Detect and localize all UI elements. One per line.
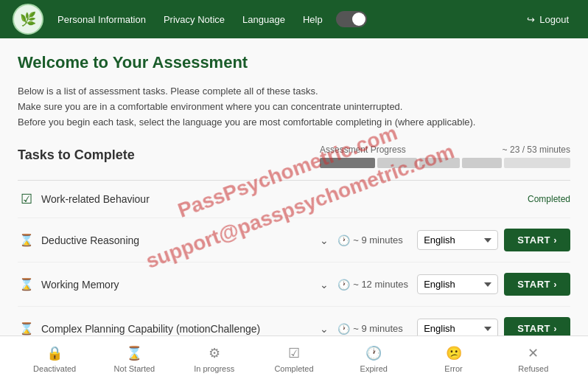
progress-seg-4 xyxy=(462,158,502,168)
nav-personal-info[interactable]: Personal Information xyxy=(50,10,153,29)
lang-select-working-memory[interactable]: English xyxy=(417,274,498,294)
page-title: Welcome to Your Assessment xyxy=(18,53,570,72)
task-hourglass-icon: ⌛ xyxy=(18,233,35,247)
clock-icon: 🕐 xyxy=(337,279,350,291)
intro-line-2: Make sure you are in a comfortable envir… xyxy=(18,100,570,115)
progress-seg-2 xyxy=(377,158,417,168)
footer-label-refused: Refused xyxy=(518,364,548,366)
intro-text: Below is a list of assessment tasks. Ple… xyxy=(18,84,570,130)
refused-icon: ✕ xyxy=(528,345,539,361)
footer-deactivated: 🔒 Deactivated xyxy=(25,345,84,366)
progress-seg-3 xyxy=(419,158,459,168)
progress-seg-5 xyxy=(504,158,570,168)
hourglass-icon: ⌛ xyxy=(126,345,142,361)
task-name-work: Work-related Behaviour xyxy=(41,193,517,205)
svg-text:🌿: 🌿 xyxy=(20,11,37,27)
progress-section: Assessment Progress ~ 23 / 53 minutes xyxy=(320,145,570,168)
footer-label-error: Error xyxy=(444,364,462,366)
task-row: ⌛ Working Memory ⌄ 🕐 ~ 12 minutes Englis… xyxy=(18,262,570,307)
footer-expired: 🕐 Expired xyxy=(344,345,403,366)
logo: 🌿 xyxy=(12,3,44,35)
error-icon: 😕 xyxy=(446,345,462,361)
start-btn-deductive[interactable]: START › xyxy=(504,229,570,251)
task-hourglass-icon: ⌛ xyxy=(18,321,35,335)
footer-completed: ☑ Completed xyxy=(265,345,323,366)
task-time-complex: 🕐 ~ 9 minutes xyxy=(337,323,411,335)
header: 🌿 Personal Information Privacy Notice La… xyxy=(0,0,588,38)
task-time-working-memory: 🕐 ~ 12 minutes xyxy=(337,279,411,291)
task-row: ⌛ Deductive Reasoning ⌄ 🕐 ~ 9 minutes En… xyxy=(18,218,570,262)
dark-mode-toggle[interactable] xyxy=(336,11,367,27)
task-chevron-complex[interactable]: ⌄ xyxy=(317,323,332,335)
task-hourglass-icon: ⌛ xyxy=(18,277,35,291)
footer-not-started: ⌛ Not Started xyxy=(105,345,164,366)
task-status-completed: Completed xyxy=(528,194,570,204)
progress-label: Assessment Progress xyxy=(320,145,406,155)
logout-button[interactable]: ↪ Logout xyxy=(519,10,576,29)
progress-time: ~ 23 / 53 minutes xyxy=(503,145,570,155)
clock-icon: 🕐 xyxy=(337,323,350,335)
task-list: ☑ Work-related Behaviour Completed ⌛ Ded… xyxy=(18,180,570,351)
clock-expired-icon: 🕐 xyxy=(365,345,382,361)
task-name-complex: Complex Planning Capability (motionChall… xyxy=(41,323,311,335)
logout-label: Logout xyxy=(539,14,569,25)
check-icon: ☑ xyxy=(288,345,300,361)
lang-select-deductive[interactable]: English xyxy=(417,230,498,250)
footer-label-deactivated: Deactivated xyxy=(33,364,76,366)
tasks-title: Tasks to Complete xyxy=(18,147,135,163)
task-duration-complex: ~ 9 minutes xyxy=(353,323,403,334)
header-nav: Personal Information Privacy Notice Lang… xyxy=(50,10,519,29)
start-btn-working-memory[interactable]: START › xyxy=(504,273,570,296)
footer: 🔒 Deactivated ⌛ Not Started ⚙ In progres… xyxy=(0,335,588,366)
footer-in-progress: ⚙ In progress xyxy=(185,345,244,366)
progress-label-row: Assessment Progress ~ 23 / 53 minutes xyxy=(320,145,570,155)
clock-icon: 🕐 xyxy=(337,234,350,246)
task-check-icon: ☑ xyxy=(18,191,35,207)
intro-line-3: Before you begin each task, select the l… xyxy=(18,115,570,131)
intro-line-1: Below is a list of assessment tasks. Ple… xyxy=(18,84,570,100)
footer-error: 😕 Error xyxy=(424,345,483,366)
task-duration-deductive: ~ 9 minutes xyxy=(353,234,403,246)
lock-icon: 🔒 xyxy=(46,345,63,361)
task-chevron-deductive[interactable]: ⌄ xyxy=(317,234,332,246)
footer-label-completed: Completed xyxy=(274,364,313,366)
task-chevron-working-memory[interactable]: ⌄ xyxy=(317,279,332,291)
tasks-header: Tasks to Complete Assessment Progress ~ … xyxy=(18,145,570,168)
toggle-knob xyxy=(352,13,365,26)
footer-refused: ✕ Refused xyxy=(504,345,563,366)
progress-seg-1 xyxy=(320,158,375,168)
nav-help[interactable]: Help xyxy=(295,10,330,29)
footer-label-in-progress: In progress xyxy=(194,364,234,366)
footer-label-expired: Expired xyxy=(360,364,388,366)
nav-language[interactable]: Language xyxy=(235,10,293,29)
task-name-deductive: Deductive Reasoning xyxy=(41,234,311,246)
task-name-working-memory: Working Memory xyxy=(41,279,311,291)
progress-bar xyxy=(320,158,570,168)
task-duration-working-memory: ~ 12 minutes xyxy=(353,279,408,290)
task-time-deductive: 🕐 ~ 9 minutes xyxy=(337,234,411,246)
nav-privacy-notice[interactable]: Privacy Notice xyxy=(156,10,232,29)
gear-icon: ⚙ xyxy=(209,345,220,361)
logout-icon: ↪ xyxy=(527,14,535,25)
footer-label-not-started: Not Started xyxy=(114,364,155,366)
main-content: Welcome to Your Assessment Below is a li… xyxy=(0,38,588,366)
task-row: ☑ Work-related Behaviour Completed xyxy=(18,181,570,218)
